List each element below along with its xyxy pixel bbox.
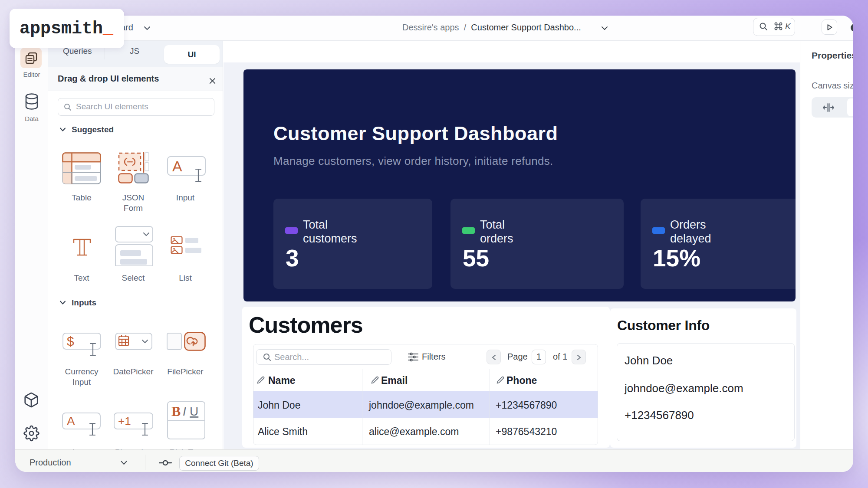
svg-text:U: U xyxy=(190,405,198,418)
svg-text:A: A xyxy=(67,414,75,428)
svg-text:+1: +1 xyxy=(118,415,131,428)
svg-text:B: B xyxy=(171,403,181,419)
svg-text:A: A xyxy=(172,158,182,174)
svg-text:$: $ xyxy=(67,334,74,348)
svg-text:I: I xyxy=(183,405,186,418)
